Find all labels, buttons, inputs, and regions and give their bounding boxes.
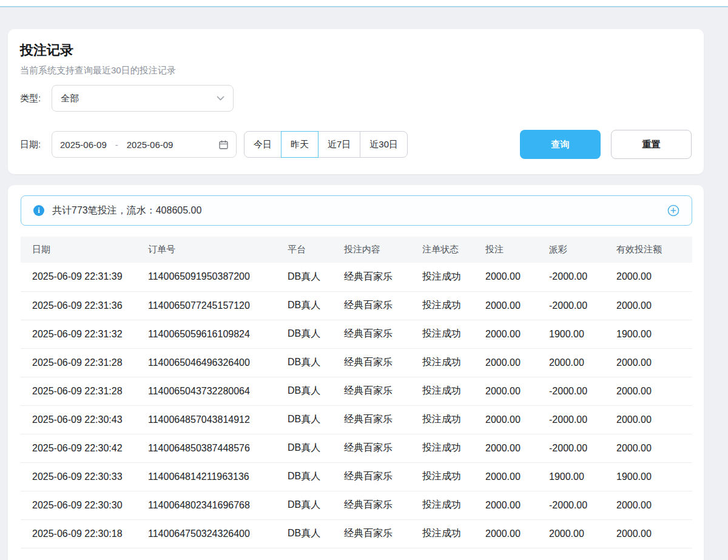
cell-platform: DB真人 <box>288 519 344 548</box>
quick-range-button-3[interactable]: 近30日 <box>360 131 408 158</box>
cell-bet-content: 经典百家乐 <box>344 405 422 434</box>
column-header: 注单状态 <box>422 237 485 263</box>
search-button[interactable]: 查询 <box>520 130 601 159</box>
summary-banner: i 共计773笔投注，流水：408605.00 <box>21 195 692 226</box>
cell-date: 2025-06-09 22:30:42 <box>21 434 148 462</box>
cell-date: 2025-06-09 22:31:28 <box>21 348 148 377</box>
cell-order-number: 1140065059616109824 <box>148 320 288 348</box>
cell-order-number: 1140064802341696768 <box>148 491 288 519</box>
date-label: 日期: <box>20 139 52 150</box>
cell-platform: DB真人 <box>288 491 344 519</box>
cell-order-number: 1140064857043814912 <box>148 405 288 434</box>
table-row: 2025-06-09 22:30:421140064850387448576DB… <box>21 434 692 462</box>
reset-button[interactable]: 重置 <box>611 130 692 159</box>
cell-payout: 1900.00 <box>549 320 616 348</box>
column-header: 有效投注额 <box>616 237 692 263</box>
cell-payout: -2000.00 <box>549 291 616 320</box>
cell-bet-amount: 2000.00 <box>485 377 549 405</box>
cell-date: 2025-06-09 22:30:30 <box>21 491 148 519</box>
cell-date: 2025-06-09 22:30:18 <box>21 519 148 548</box>
cell-bet-status: 投注成功 <box>422 519 485 548</box>
cell-valid-amount: 2000.00 <box>616 405 692 434</box>
records-card: i 共计773笔投注，流水：408605.00 日期订单号平台投注内容注单状态投… <box>8 185 704 560</box>
cell-bet-amount: 2000.00 <box>485 348 549 377</box>
cell-bet-status: 投注成功 <box>422 348 485 377</box>
date-to-value: 2025-06-09 <box>127 140 174 150</box>
filter-card: 投注记录 当前系统支持查询最近30日的投注记录 类型: 全部 日期: 2025-… <box>8 29 704 174</box>
cell-bet-status: 投注成功 <box>422 377 485 405</box>
cell-order-number: 1140065046496326400 <box>148 348 288 377</box>
cell-bet-content: 经典百家乐 <box>344 434 422 462</box>
quick-range-button-1[interactable]: 昨天 <box>281 131 318 158</box>
table-row: 2025-06-09 22:31:281140065046496326400DB… <box>21 348 692 377</box>
cell-date: 2025-06-09 22:31:39 <box>21 263 148 291</box>
cell-valid-amount: 2000.00 <box>616 263 692 291</box>
cell-bet-status: 投注成功 <box>422 263 485 291</box>
cell-bet-content: 经典百家乐 <box>344 462 422 491</box>
records-table: 日期订单号平台投注内容注单状态投注派彩有效投注额 2025-06-09 22:3… <box>21 237 692 548</box>
cell-bet-amount: 2000.00 <box>485 519 549 548</box>
quick-range-button-2[interactable]: 近7日 <box>318 131 360 158</box>
type-select-value: 全部 <box>61 93 79 104</box>
cell-valid-amount: 2000.00 <box>616 434 692 462</box>
column-header: 投注内容 <box>344 237 422 263</box>
cell-payout: -2000.00 <box>549 263 616 291</box>
page-title: 投注记录 <box>20 41 692 59</box>
column-header: 投注 <box>485 237 549 263</box>
type-label: 类型: <box>20 93 52 104</box>
summary-text: 共计773笔投注，流水：408605.00 <box>52 204 201 217</box>
table-row: 2025-06-09 22:30:331140064814211963136DB… <box>21 462 692 491</box>
cell-platform: DB真人 <box>288 462 344 491</box>
cell-bet-status: 投注成功 <box>422 434 485 462</box>
plus-circle-icon[interactable] <box>667 204 679 217</box>
calendar-icon <box>219 140 228 149</box>
chevron-down-icon <box>217 96 224 101</box>
table-row: 2025-06-09 22:31:361140065077245157120DB… <box>21 291 692 320</box>
quick-range-button-0[interactable]: 今日 <box>244 131 281 158</box>
cell-bet-amount: 2000.00 <box>485 491 549 519</box>
cell-payout: 1900.00 <box>549 462 616 491</box>
cell-bet-amount: 2000.00 <box>485 263 549 291</box>
table-body: 2025-06-09 22:31:391140065091950387200DB… <box>21 263 692 548</box>
cell-platform: DB真人 <box>288 320 344 348</box>
cell-date: 2025-06-09 22:31:32 <box>21 320 148 348</box>
date-range-separator: - <box>115 140 118 150</box>
cell-platform: DB真人 <box>288 377 344 405</box>
cell-valid-amount: 1900.00 <box>616 462 692 491</box>
cell-bet-content: 经典百家乐 <box>344 377 422 405</box>
cell-valid-amount: 2000.00 <box>616 377 692 405</box>
cell-date: 2025-06-09 22:30:43 <box>21 405 148 434</box>
cell-date: 2025-06-09 22:30:33 <box>21 462 148 491</box>
filter-actions: 查询 重置 <box>520 130 692 159</box>
table-row: 2025-06-09 22:30:301140064802341696768DB… <box>21 491 692 519</box>
cell-bet-content: 经典百家乐 <box>344 519 422 548</box>
cell-date: 2025-06-09 22:31:36 <box>21 291 148 320</box>
cell-payout: -2000.00 <box>549 434 616 462</box>
cell-order-number: 1140065091950387200 <box>148 263 288 291</box>
cell-valid-amount: 2000.00 <box>616 348 692 377</box>
cell-bet-content: 经典百家乐 <box>344 491 422 519</box>
type-select[interactable]: 全部 <box>52 85 234 112</box>
table-row: 2025-06-09 22:31:321140065059616109824DB… <box>21 320 692 348</box>
cell-platform: DB真人 <box>288 348 344 377</box>
cell-bet-content: 经典百家乐 <box>344 320 422 348</box>
cell-valid-amount: 1900.00 <box>616 320 692 348</box>
cell-platform: DB真人 <box>288 291 344 320</box>
column-header: 日期 <box>21 237 148 263</box>
cell-platform: DB真人 <box>288 263 344 291</box>
quick-range-group: 今日昨天近7日近30日 <box>244 131 408 158</box>
page-subtitle: 当前系统支持查询最近30日的投注记录 <box>20 64 692 76</box>
cell-bet-amount: 2000.00 <box>485 434 549 462</box>
cell-payout: -2000.00 <box>549 405 616 434</box>
cell-payout: 2000.00 <box>549 348 616 377</box>
cell-payout: -2000.00 <box>549 491 616 519</box>
cell-bet-status: 投注成功 <box>422 462 485 491</box>
date-range-input[interactable]: 2025-06-09 - 2025-06-09 <box>52 131 237 158</box>
type-filter-row: 类型: 全部 <box>20 85 692 112</box>
cell-bet-content: 经典百家乐 <box>344 291 422 320</box>
cell-payout: -2000.00 <box>549 377 616 405</box>
cell-valid-amount: 2000.00 <box>616 519 692 548</box>
cell-order-number: 1140065077245157120 <box>148 291 288 320</box>
column-header: 派彩 <box>549 237 616 263</box>
cell-bet-amount: 2000.00 <box>485 405 549 434</box>
